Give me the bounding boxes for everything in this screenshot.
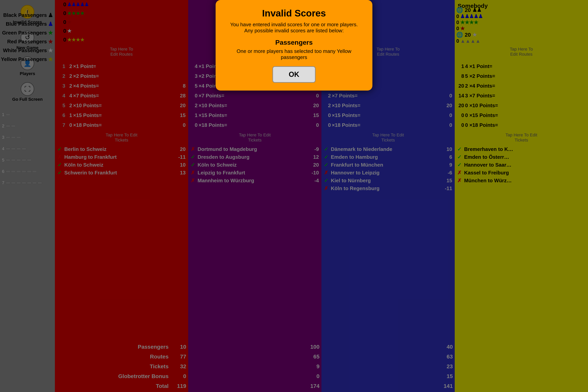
modal-ok-button[interactable]: OK	[272, 66, 316, 83]
modal-description: You have entered invalid scores for one …	[227, 22, 361, 34]
modal-section-description: One or more players has selected too man…	[227, 48, 361, 60]
modal-overlay: Invalid Scores You have entered invalid …	[0, 0, 588, 392]
invalid-scores-modal: Invalid Scores You have entered invalid …	[216, 0, 372, 90]
modal-title: Invalid Scores	[227, 8, 361, 18]
modal-section-title: Passengers	[227, 38, 361, 46]
